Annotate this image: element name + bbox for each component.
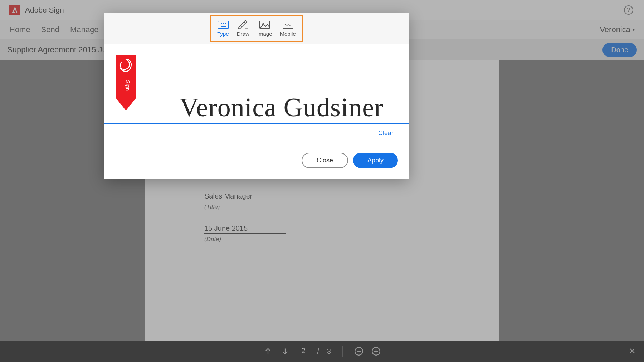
svg-text:Sign: Sign bbox=[125, 80, 131, 91]
mobile-signature-icon bbox=[282, 21, 294, 29]
tab-image-label: Image bbox=[257, 31, 272, 37]
typed-signature: Veronica Gudsiner bbox=[180, 92, 384, 123]
tab-draw-label: Draw bbox=[237, 31, 249, 37]
signature-input-area[interactable]: Sign Veronica Gudsiner bbox=[104, 44, 409, 124]
pen-icon bbox=[237, 21, 249, 29]
clear-row: Clear bbox=[104, 124, 409, 137]
signature-modal: Type Draw Image Mobile bbox=[104, 13, 409, 179]
apply-button[interactable]: Apply bbox=[353, 153, 398, 168]
tab-mobile-label: Mobile bbox=[280, 31, 296, 37]
clear-signature-link[interactable]: Clear bbox=[378, 129, 394, 137]
tab-image[interactable]: Image bbox=[257, 21, 273, 37]
image-icon bbox=[259, 21, 270, 29]
tab-type[interactable]: Type bbox=[216, 21, 230, 37]
modal-button-row: Close Apply bbox=[104, 137, 409, 179]
tab-mobile[interactable]: Mobile bbox=[279, 21, 297, 37]
sign-ribbon-icon: Sign bbox=[116, 55, 136, 111]
close-button[interactable]: Close bbox=[302, 153, 348, 168]
tab-draw[interactable]: Draw bbox=[236, 21, 250, 37]
signature-tabs-container: Type Draw Image Mobile bbox=[104, 13, 409, 44]
svg-point-4 bbox=[262, 23, 263, 24]
signature-tabs-highlight: Type Draw Image Mobile bbox=[210, 15, 302, 42]
tab-type-label: Type bbox=[217, 31, 229, 37]
keyboard-icon bbox=[218, 21, 229, 29]
